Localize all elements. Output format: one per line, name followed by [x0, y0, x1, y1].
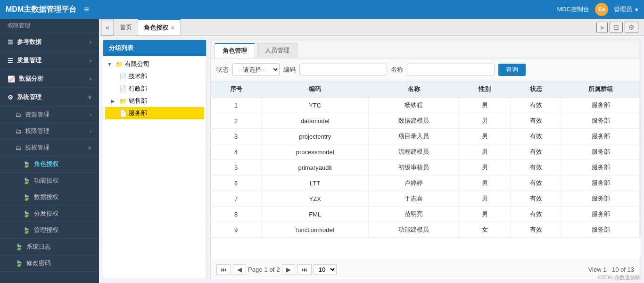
table-cell-gender: 男: [459, 175, 511, 191]
search-button[interactable]: 查询: [498, 64, 526, 76]
table-row[interactable]: 5primaryaudit初级审核员男有效服务部: [211, 160, 640, 175]
sidebar-item-changepwd[interactable]: 🍃 修改密码: [0, 255, 99, 272]
header-left: MDM主数据管理平台 ≡: [6, 5, 89, 15]
table-cell-name: 于志喜: [368, 191, 459, 207]
tab-settings-btn[interactable]: ⚙: [625, 22, 638, 33]
main-content: « 首页 角色授权 × » ⊡ ⚙ 分组列表 ▼ �: [99, 19, 644, 283]
sidebar-item-label: 权限管理: [25, 127, 86, 135]
of-label: of: [270, 266, 275, 273]
sidebar-item-analysis[interactable]: 📈 数据分析 ›: [0, 70, 99, 88]
list-icon: ☰: [8, 39, 13, 46]
tree-node-label: 销售部: [129, 97, 202, 105]
main-layout: 权限管理 ☰ 参考数据 › ☰ 质量管理 › 📈 数据分析 › ⚙ 系统管理 ∨…: [0, 19, 644, 283]
table-cell-status: 有效: [511, 113, 562, 129]
table-cell-gender: 男: [459, 160, 511, 175]
leaf-icon: 🍃: [15, 243, 23, 250]
tab-roleauth[interactable]: 角色授权 ×: [138, 19, 181, 35]
sidebar-item-syslog[interactable]: 🍃 系统日志: [0, 239, 99, 255]
col-group: 所属群组: [562, 81, 640, 98]
tab-restore-btn[interactable]: ⊡: [610, 22, 623, 33]
sidebar-item-mgmtauth[interactable]: 🍃 管理授权: [0, 222, 99, 239]
sidebar-item-quality[interactable]: ☰ 质量管理 ›: [0, 51, 99, 70]
table-cell-status: 有效: [511, 98, 562, 113]
status-select[interactable]: --请选择-- 有效 无效: [232, 63, 280, 76]
col-name: 名称: [368, 81, 459, 98]
page-first-btn[interactable]: ⏮: [216, 264, 231, 275]
page-last-btn[interactable]: ⏭: [297, 264, 312, 275]
chevron-right-icon: ›: [90, 112, 91, 117]
table-cell-status: 有效: [511, 191, 562, 207]
tab-member-manage[interactable]: 人员管理: [257, 43, 297, 58]
table-cell-name: 流程建模员: [368, 144, 459, 160]
user-menu[interactable]: 管理员 ▾: [614, 5, 638, 14]
table-cell-group: 服务部: [562, 222, 640, 238]
page-size-select[interactable]: 10 20 50: [314, 264, 337, 275]
table-cell-gender: 男: [459, 191, 511, 207]
table-row[interactable]: 7YZX于志喜男有效服务部: [211, 191, 640, 207]
menu-toggle-icon[interactable]: ≡: [84, 5, 89, 15]
table-row[interactable]: 1YTC杨铁程男有效服务部: [211, 98, 640, 113]
page-next-btn[interactable]: ▶: [282, 264, 295, 275]
table-cell-status: 有效: [511, 222, 562, 238]
sidebar-item-label: 系统管理: [17, 93, 84, 101]
table-cell-gender: 女: [459, 222, 511, 238]
data-table: 序号 编码 名称 性别 状态 所属群组 1YTC杨铁程男有效服务部2datamo…: [211, 81, 640, 238]
table-row[interactable]: 4processmodel流程建模员男有效服务部: [211, 144, 640, 160]
table-row[interactable]: 8FML范明亮男有效服务部: [211, 207, 640, 222]
tab-role-manage[interactable]: 角色管理: [215, 43, 255, 58]
table-cell-group: 服务部: [562, 98, 640, 113]
table-row[interactable]: 6LTT卢婷婷男有效服务部: [211, 175, 640, 191]
chevron-down-icon: ▾: [635, 6, 638, 13]
table-cell-code: projectentry: [262, 129, 368, 144]
tree-node-tech[interactable]: 📄 技术部: [105, 70, 204, 83]
page-prev-btn[interactable]: ◀: [233, 264, 246, 275]
table-cell-code: datamodel: [262, 113, 368, 129]
tab-home-label: 首页: [120, 23, 132, 32]
tab-right-buttons: » ⊡ ⚙: [596, 22, 642, 33]
tab-home[interactable]: 首页: [114, 19, 138, 35]
app-title: MDM主数据管理平台: [6, 5, 76, 15]
tree-node-admin[interactable]: 📄 行政部: [105, 83, 204, 95]
chevron-down-icon: ∨: [88, 94, 91, 100]
sidebar-item-label: 数据分析: [19, 75, 86, 83]
table-row[interactable]: 9functionmodel功能建模员女有效服务部: [211, 222, 640, 238]
tree-node-sales[interactable]: ▶ 📁 销售部: [105, 95, 204, 107]
sidebar-top-item: 权限管理: [0, 19, 99, 33]
table-body: 1YTC杨铁程男有效服务部2datamodel数据建模员男有效服务部3proje…: [211, 98, 640, 238]
sidebar-item-permission[interactable]: 🗂 权限管理 ›: [0, 123, 99, 140]
table-cell-group: 服务部: [562, 129, 640, 144]
tab-role-manage-label: 角色管理: [223, 47, 247, 54]
chevron-right-icon: ›: [90, 128, 91, 134]
sidebar-item-label: 数据授权: [34, 193, 91, 201]
table-cell-group: 服务部: [562, 144, 640, 160]
table-cell-gender: 男: [459, 113, 511, 129]
view-info: View 1 - 10 of 13: [588, 266, 634, 273]
sidebar-item-resource[interactable]: 🗂 资源管理 ›: [0, 107, 99, 123]
sidebar-item-dataauth[interactable]: 🍃 数据授权: [0, 189, 99, 206]
mdc-console-link[interactable]: MDC控制台: [557, 5, 589, 14]
sidebar-item-roleauth[interactable]: 🍃 角色授权: [0, 156, 99, 173]
sidebar-item-distauth[interactable]: 🍃 分发授权: [0, 206, 99, 222]
table-cell-code: LTT: [262, 175, 368, 191]
sidebar-item-refs[interactable]: ☰ 参考数据 ›: [0, 33, 99, 51]
app-header: MDM主数据管理平台 ≡ MDC控制台 Ea 管理员 ▾: [0, 0, 644, 19]
sidebar-item-label: 修改密码: [26, 259, 91, 267]
tree-node-service[interactable]: 📄 服务部: [105, 107, 204, 119]
chart-icon: 📈: [8, 75, 15, 83]
sidebar-item-sysmanage[interactable]: ⚙ 系统管理 ∨: [0, 88, 99, 107]
sidebar-item-funcauth[interactable]: 🍃 功能授权: [0, 173, 99, 189]
table-row[interactable]: 3projectentry项目录入员男有效服务部: [211, 129, 640, 144]
tab-nav-prev[interactable]: «: [101, 19, 114, 35]
name-input[interactable]: [407, 64, 495, 75]
tree-node-company[interactable]: ▼ 📁 有限公司: [105, 58, 204, 70]
tab-close-icon[interactable]: ×: [171, 25, 174, 31]
sidebar-item-auth[interactable]: 🗂 授权管理 ∨: [0, 140, 99, 156]
table-cell-seq: 6: [211, 175, 262, 191]
sidebar-item-label: 功能授权: [34, 176, 91, 185]
code-input[interactable]: [299, 64, 387, 75]
tab-expand-btn[interactable]: »: [596, 22, 608, 33]
table-row[interactable]: 2datamodel数据建模员男有效服务部: [211, 113, 640, 129]
doc-icon: 📄: [119, 110, 127, 117]
tree-header: 分组列表: [103, 40, 206, 56]
list-icon: ☰: [8, 57, 13, 64]
